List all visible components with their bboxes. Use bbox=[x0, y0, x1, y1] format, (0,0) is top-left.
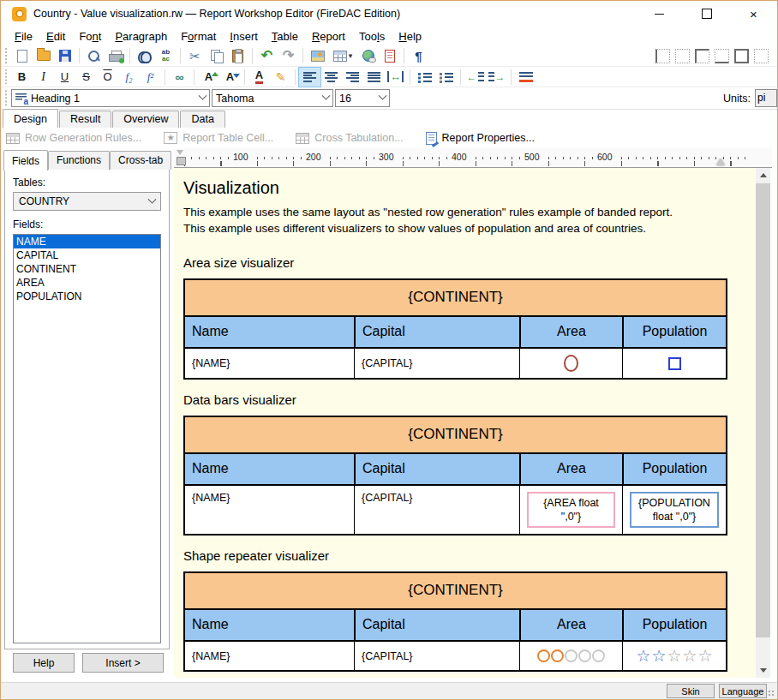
grow-font-button[interactable]: A bbox=[198, 68, 219, 87]
font-family-combo[interactable]: Tahoma bbox=[212, 89, 333, 107]
border-preset-bottom-button[interactable] bbox=[715, 49, 729, 63]
font-color-button[interactable]: A bbox=[248, 68, 270, 87]
scroll-up-button[interactable] bbox=[756, 168, 770, 182]
bold-button[interactable]: B bbox=[11, 68, 33, 87]
new-document-button[interactable] bbox=[11, 46, 33, 65]
cell-area-databar: {AREA float ",0"} bbox=[519, 486, 622, 534]
redo-button[interactable]: ↷ bbox=[278, 46, 299, 65]
menu-insert[interactable]: Insert bbox=[223, 28, 265, 45]
insert-field-button[interactable]: Insert > bbox=[82, 653, 164, 673]
separator bbox=[252, 48, 253, 63]
insert-image-button[interactable] bbox=[307, 46, 328, 65]
toolbar-gripper[interactable] bbox=[3, 69, 8, 84]
shrink-font-button[interactable]: A bbox=[219, 68, 241, 87]
tab-design[interactable]: Design bbox=[3, 109, 58, 128]
close-button[interactable]: × bbox=[730, 1, 777, 27]
bullet-list-button[interactable] bbox=[414, 68, 435, 87]
menu-paragraph[interactable]: Paragraph bbox=[108, 28, 174, 45]
list-item-area[interactable]: AREA bbox=[14, 276, 160, 290]
align-right-button[interactable] bbox=[342, 68, 363, 87]
language-button[interactable]: Language bbox=[719, 684, 767, 698]
tab-data[interactable]: Data bbox=[180, 111, 224, 128]
subscript-button[interactable]: f₂ bbox=[118, 68, 140, 87]
highlight-button[interactable]: ✎ bbox=[270, 68, 291, 87]
minimize-button[interactable] bbox=[636, 1, 683, 27]
tab-result[interactable]: Result bbox=[59, 111, 111, 128]
border-preset-topleft-button[interactable] bbox=[695, 49, 709, 63]
paragraph-style-combo[interactable]: a Heading 1 bbox=[11, 89, 210, 107]
tables-combo[interactable]: COUNTRY bbox=[13, 192, 161, 211]
hyperlink-button[interactable] bbox=[357, 46, 379, 65]
paste-button[interactable] bbox=[227, 46, 248, 65]
replace-button[interactable]: ab ac bbox=[155, 46, 177, 65]
tab-overview[interactable]: Overview bbox=[112, 111, 179, 128]
superscript-button[interactable]: f² bbox=[140, 68, 161, 87]
border-preset-none-button[interactable] bbox=[675, 49, 690, 63]
redo-icon: ↷ bbox=[283, 49, 294, 63]
menu-report[interactable]: Report bbox=[305, 28, 352, 45]
list-item-continent[interactable]: CONTINENT bbox=[14, 262, 160, 276]
fit-width-button[interactable]: ↔ bbox=[385, 68, 406, 87]
border-preset-left-button[interactable] bbox=[655, 49, 670, 63]
menu-font[interactable]: Font bbox=[72, 28, 108, 45]
save-button[interactable] bbox=[54, 46, 75, 65]
numbered-list-button[interactable] bbox=[435, 68, 457, 87]
horizontal-rule-button[interactable] bbox=[515, 68, 536, 87]
align-center-button[interactable] bbox=[320, 68, 342, 87]
menu-file[interactable]: File bbox=[8, 28, 39, 45]
window-controls: × bbox=[636, 1, 777, 27]
help-button[interactable]: Help bbox=[13, 653, 75, 673]
col-header-population: Population bbox=[622, 454, 726, 486]
menu-table[interactable]: Table bbox=[265, 28, 305, 45]
sidebar-tab-crosstab[interactable]: Cross-tab bbox=[110, 151, 171, 170]
ruler-indent-marker[interactable] bbox=[716, 159, 725, 165]
justify-button[interactable] bbox=[363, 68, 385, 87]
border-preset-inner-button[interactable] bbox=[754, 49, 769, 63]
list-item-name[interactable]: NAME bbox=[14, 235, 160, 248]
menu-tools[interactable]: Tools bbox=[352, 28, 392, 45]
fields-panel: Tables: COUNTRY Fields: NAME CAPITAL CON… bbox=[4, 168, 170, 649]
open-button[interactable] bbox=[33, 46, 54, 65]
sidebar-tab-fields[interactable]: Fields bbox=[3, 150, 48, 171]
align-left-button[interactable] bbox=[299, 68, 320, 87]
copy-button[interactable] bbox=[206, 46, 227, 65]
outdent-button[interactable]: ← bbox=[464, 68, 486, 87]
underline-button[interactable]: U bbox=[54, 68, 75, 87]
toolbar-gripper[interactable] bbox=[3, 90, 8, 106]
menu-help[interactable]: Help bbox=[392, 28, 428, 45]
scrollbar-thumb[interactable] bbox=[756, 183, 770, 637]
ruler-margin-marker[interactable] bbox=[177, 150, 184, 165]
menu-edit[interactable]: Edit bbox=[39, 28, 72, 45]
find-button[interactable] bbox=[134, 46, 155, 65]
font-size-combo[interactable]: 16 bbox=[335, 89, 390, 107]
toolbar-gripper[interactable] bbox=[3, 48, 8, 63]
indent-button[interactable]: → bbox=[486, 68, 507, 87]
units-combo[interactable]: pi bbox=[755, 89, 777, 107]
print-preview-button[interactable] bbox=[83, 46, 105, 65]
list-item-population[interactable]: POPULATION bbox=[14, 290, 160, 303]
border-preset-all-button[interactable] bbox=[734, 49, 749, 63]
cut-button[interactable]: ✂ bbox=[184, 46, 206, 65]
strikethrough-button[interactable]: S bbox=[75, 68, 97, 87]
menu-format[interactable]: Format bbox=[174, 28, 223, 45]
scroll-down-button[interactable] bbox=[756, 663, 770, 678]
insert-table-button[interactable]: ▾ bbox=[328, 46, 357, 65]
report-properties-button[interactable]: Report Properties... bbox=[426, 132, 535, 145]
paste-special-button[interactable] bbox=[379, 46, 400, 65]
formatting-marks-button[interactable]: ¶ bbox=[408, 46, 429, 65]
new-document-icon bbox=[17, 50, 27, 63]
print-button[interactable] bbox=[105, 46, 126, 65]
vertical-scrollbar[interactable] bbox=[756, 168, 770, 678]
resize-grip[interactable] bbox=[768, 690, 775, 697]
col-header-area: Area bbox=[519, 610, 622, 642]
undo-button[interactable]: ↶ bbox=[256, 46, 278, 65]
list-item-capital[interactable]: CAPITAL bbox=[14, 248, 160, 262]
overline-button[interactable]: O bbox=[97, 68, 118, 87]
skin-button[interactable]: Skin bbox=[667, 684, 715, 698]
italic-button[interactable]: I bbox=[33, 68, 54, 87]
document-page[interactable]: Visualization This example uses the same… bbox=[174, 168, 757, 678]
synonyms-button[interactable]: ∞ bbox=[169, 68, 190, 87]
separator bbox=[302, 48, 303, 63]
maximize-button[interactable] bbox=[683, 1, 730, 27]
sidebar-tab-functions[interactable]: Functions bbox=[48, 151, 110, 170]
